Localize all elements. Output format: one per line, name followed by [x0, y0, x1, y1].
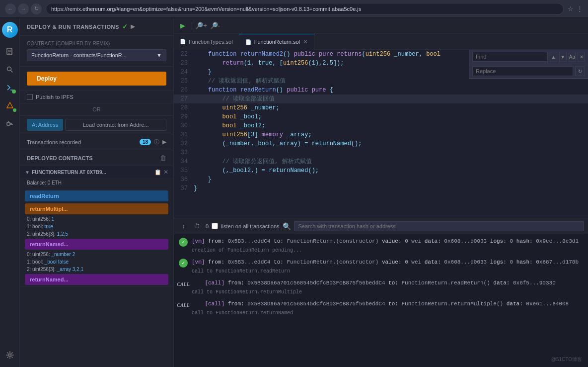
- find-close-button[interactable]: ✕: [578, 52, 585, 62]
- deploy-button[interactable]: Deploy: [27, 72, 166, 86]
- log-scroll-top-button[interactable]: ↕: [178, 221, 189, 232]
- forward-button[interactable]: →: [18, 3, 29, 14]
- return-named-button-2[interactable]: returnNamed...: [25, 274, 168, 285]
- log-sub-4: call to FunctionReturn.returnNamed: [192, 310, 583, 316]
- zoom-in-button[interactable]: 🔎+: [195, 20, 207, 32]
- code-line: 30 bool _bool2;: [174, 121, 588, 130]
- tab-close-icon[interactable]: ✕: [303, 38, 308, 45]
- tx-search-input[interactable]: [294, 221, 584, 231]
- transactions-expand-icon[interactable]: ▶: [162, 139, 166, 145]
- copy-icon[interactable]: 📋: [154, 169, 161, 176]
- log-search-icon[interactable]: 🔍: [283, 222, 291, 230]
- transactions-header[interactable]: Transactions recorded 18 ⓘ ▶: [20, 134, 173, 150]
- log-entry-header-4: CALL [call] from: 0x5B38Da6a701c568545dC…: [179, 300, 583, 309]
- tab-function-types[interactable]: 📄 FunctionTypes.sol: [174, 34, 239, 50]
- log-text-3: [call] from: 0x5B38Da6a701c568545dCfcB03…: [192, 279, 583, 287]
- plugin-icon[interactable]: [2, 115, 18, 131]
- log-text-1: [vm] from: 0x5B3...eddC4 to: FunctionRet…: [192, 237, 583, 246]
- code-line: 26 function readReturn() public pure {: [174, 86, 588, 94]
- log-entry-header-3: CALL [call] from: 0x5B38Da6a701c568545dC…: [179, 279, 583, 288]
- editor-tabs: 📄 FunctionTypes.sol 📄 FunctionReturn.sol…: [174, 34, 588, 50]
- replace-row: ↻: [469, 64, 588, 79]
- code-line: 36 }: [174, 175, 588, 184]
- bookmark-icon: ☆: [568, 5, 574, 12]
- output-4: 1: bool: _bool false: [20, 258, 173, 266]
- contract-section: CONTRACT (Compiled by Remix) FunctionRet…: [20, 36, 173, 67]
- output-0: 0: uint256: 1: [20, 215, 173, 223]
- svg-marker-7: [7, 102, 13, 108]
- code-line: 33: [174, 148, 588, 157]
- logo-icon[interactable]: R: [2, 22, 18, 38]
- find-row: ▲ ▼ Aa ✕: [469, 50, 588, 64]
- read-return-button[interactable]: readReturn: [25, 190, 168, 201]
- find-replace-panel: ▲ ▼ Aa ✕ ↻: [469, 50, 588, 79]
- code-line: 37 }: [174, 184, 588, 193]
- search-sidebar-icon[interactable]: [2, 62, 18, 78]
- log-sub-1: creation of FunctionReturn pending...: [192, 248, 583, 253]
- address-bar[interactable]: [46, 3, 564, 15]
- file-manager-icon[interactable]: [2, 44, 18, 60]
- log-entry-3: CALL [call] from: 0x5B38Da6a701c568545dC…: [179, 279, 583, 295]
- browser-icons: ☆ ⋮: [568, 5, 583, 12]
- find-option-button[interactable]: Aa: [569, 52, 576, 62]
- code-line-highlighted: 27 // 读取全部返回值: [174, 94, 588, 103]
- log-area: ↕ ⏱ 0 listen on all transactions 🔍 ✓ [vm…: [174, 218, 588, 367]
- listen-checkbox[interactable]: [212, 223, 218, 229]
- contract-label: CONTRACT (Compiled by Remix): [27, 41, 166, 46]
- instance-name: FUNCTIONRETURN AT 0X7B9...: [32, 170, 152, 175]
- replace-input[interactable]: [472, 66, 573, 76]
- deploy-section: Deploy: [20, 67, 173, 91]
- find-prev-button[interactable]: ▲: [550, 52, 557, 62]
- transactions-label: Transactions recorded: [27, 139, 137, 145]
- browser-chrome: ← → ↻ ☆ ⋮: [0, 0, 588, 18]
- log-entry-4: CALL [call] from: 0x5B38Da6a701c568545dC…: [179, 300, 583, 316]
- load-contract-button[interactable]: Load contract from Addre...: [65, 119, 166, 131]
- contract-dropdown[interactable]: FunctionReturn - contracts/FunctionR... …: [27, 49, 166, 61]
- toolbar-separator: [192, 22, 192, 30]
- log-entry-header: ✓ [vm] from: 0x5B3...eddC4 to: FunctionR…: [179, 237, 583, 247]
- tab-function-return[interactable]: 📄 FunctionReturn.sol ✕: [239, 34, 314, 50]
- log-text-4: [call] from: 0x5B38Da6a701c568545dCfcB03…: [192, 300, 583, 308]
- deployed-contracts-label: Deployed Contracts: [27, 155, 93, 161]
- code-line: 29 bool _bool;: [174, 112, 588, 121]
- compile-icon[interactable]: [2, 80, 18, 95]
- return-multiple-button[interactable]: returnMultipl...: [25, 203, 168, 214]
- success-icon-1: ✓: [179, 238, 188, 247]
- publish-checkbox[interactable]: [27, 94, 33, 100]
- instance-collapse-icon[interactable]: ▼: [25, 170, 30, 175]
- return-named-button-1[interactable]: returnNamed...: [25, 239, 168, 250]
- svg-point-12: [8, 354, 11, 357]
- run-button[interactable]: ▶: [177, 20, 189, 32]
- replace-button[interactable]: ↻: [575, 66, 585, 76]
- find-next-button[interactable]: ▼: [559, 52, 567, 62]
- log-entry-1: ✓ [vm] from: 0x5B3...eddC4 to: FunctionR…: [179, 237, 583, 253]
- settings-bottom-icon[interactable]: [2, 347, 18, 363]
- at-address-button[interactable]: At Address: [27, 119, 63, 131]
- balance-row: Balance: 0 ETH: [20, 178, 173, 189]
- log-entry-2: ✓ [vm] from: 0x5B3...eddC4 to: FunctionR…: [179, 258, 583, 274]
- trash-icon[interactable]: 🗑: [160, 154, 166, 162]
- find-input[interactable]: [472, 52, 548, 62]
- publish-row: Publish to IPFS: [20, 91, 173, 103]
- call-icon-4: CALL: [179, 300, 188, 309]
- watermark: @51CTO博客: [551, 356, 582, 363]
- output-1: 1: bool: true: [20, 223, 173, 230]
- listen-label: listen on all transactions: [221, 223, 279, 229]
- zoom-out-button[interactable]: 🔎-: [209, 20, 221, 32]
- log-entries: ✓ [vm] from: 0x5B3...eddC4 to: FunctionR…: [174, 234, 588, 367]
- icon-sidebar: R: [0, 18, 20, 367]
- publish-label: Publish to IPFS: [36, 94, 74, 100]
- reload-button[interactable]: ↻: [31, 3, 42, 14]
- header-expand-icon[interactable]: ▶: [131, 23, 135, 30]
- check-icon: ✓: [122, 23, 128, 30]
- log-count: 0: [206, 223, 209, 229]
- instance-close-icon[interactable]: ✕: [163, 169, 168, 176]
- deploy-icon[interactable]: [2, 97, 18, 113]
- back-button[interactable]: ←: [5, 3, 16, 14]
- tab-icon-1: 📄: [180, 39, 186, 44]
- call-icon-3: CALL: [179, 279, 188, 288]
- log-sub-3: call to FunctionReturn.returnMultiple: [192, 289, 583, 295]
- or-divider: OR: [20, 103, 173, 116]
- code-line: 35 (,_bool2,) = returnNamed();: [174, 166, 588, 175]
- log-clock-button[interactable]: ⏱: [192, 221, 203, 232]
